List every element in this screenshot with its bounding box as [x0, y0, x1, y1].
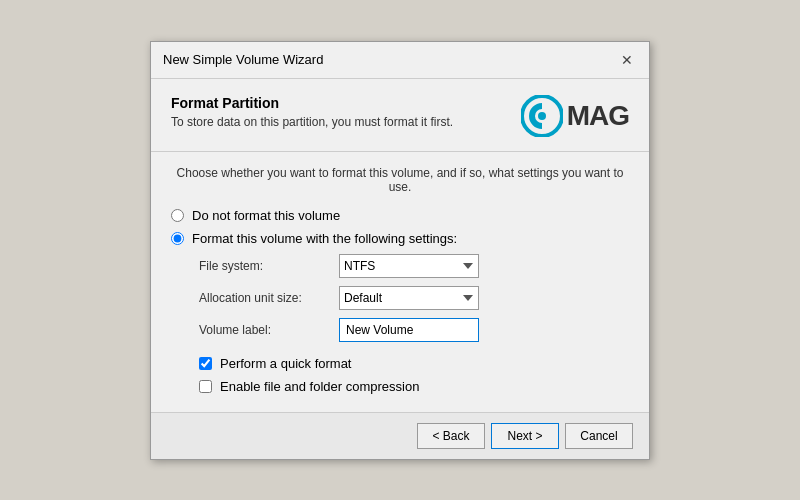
file-system-select[interactable]: NTFS [339, 254, 479, 278]
compression-option[interactable]: Enable file and folder compression [199, 379, 629, 394]
header-subtitle: To store data on this partition, you mus… [171, 115, 501, 129]
radio-no-format-option[interactable]: Do not format this volume [171, 208, 629, 223]
checkbox-group: Perform a quick format Enable file and f… [199, 356, 629, 394]
logo-area: MAG [521, 95, 629, 137]
quick-format-label: Perform a quick format [220, 356, 352, 371]
radio-format-option[interactable]: Format this volume with the following se… [171, 231, 629, 246]
wizard-dialog: New Simple Volume Wizard ✕ Format Partit… [150, 41, 650, 460]
file-system-row: File system: NTFS [199, 254, 629, 278]
file-system-label: File system: [199, 259, 339, 273]
radio-group: Do not format this volume Format this vo… [171, 208, 629, 342]
header-text: Format Partition To store data on this p… [171, 95, 501, 129]
logo-text: MAG [567, 100, 629, 132]
dialog-title: New Simple Volume Wizard [163, 52, 323, 67]
close-button[interactable]: ✕ [617, 50, 637, 70]
header-title: Format Partition [171, 95, 501, 111]
radio-no-format[interactable] [171, 209, 184, 222]
quick-format-checkbox[interactable] [199, 357, 212, 370]
svg-point-1 [538, 112, 546, 120]
allocation-select[interactable]: Default [339, 286, 479, 310]
instruction-text: Choose whether you want to format this v… [171, 166, 629, 194]
radio-no-format-label: Do not format this volume [192, 208, 340, 223]
format-options: File system: NTFS Allocation unit size: … [199, 254, 629, 342]
header-section: Format Partition To store data on this p… [151, 79, 649, 152]
cmag-icon [521, 95, 563, 137]
compression-label: Enable file and folder compression [220, 379, 419, 394]
radio-format-label: Format this volume with the following se… [192, 231, 457, 246]
allocation-label: Allocation unit size: [199, 291, 339, 305]
radio-format[interactable] [171, 232, 184, 245]
volume-label-input[interactable] [339, 318, 479, 342]
title-bar: New Simple Volume Wizard ✕ [151, 42, 649, 79]
quick-format-option[interactable]: Perform a quick format [199, 356, 629, 371]
volume-label-label: Volume label: [199, 323, 339, 337]
cancel-button[interactable]: Cancel [565, 423, 633, 449]
compression-checkbox[interactable] [199, 380, 212, 393]
footer: < Back Next > Cancel [151, 412, 649, 459]
next-button[interactable]: Next > [491, 423, 559, 449]
volume-label-row: Volume label: [199, 318, 629, 342]
content-area: Choose whether you want to format this v… [151, 152, 649, 412]
allocation-row: Allocation unit size: Default [199, 286, 629, 310]
back-button[interactable]: < Back [417, 423, 485, 449]
